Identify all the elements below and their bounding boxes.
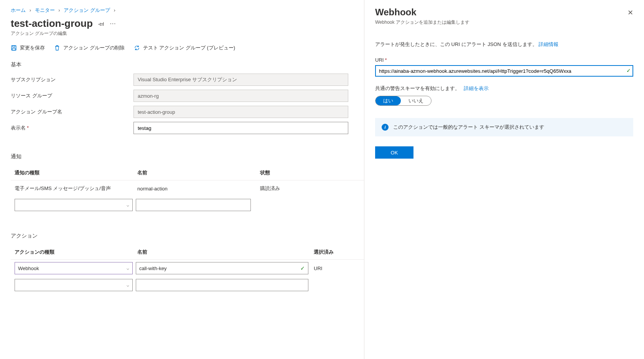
resource-group-label: リソース グループ (11, 92, 133, 99)
breadcrumb-monitor[interactable]: モニター (35, 7, 55, 13)
section-actions: アクション (11, 233, 364, 239)
action-type-select-empty[interactable]: ⌵ (15, 279, 133, 291)
toggle-yes[interactable]: はい (376, 96, 401, 105)
action-type-value: Webhook (18, 266, 39, 271)
close-icon[interactable]: ✕ (628, 8, 633, 17)
section-notify: 通知 (11, 153, 364, 160)
notify-col-state: 状態 (260, 169, 337, 176)
refresh-icon (134, 45, 140, 51)
action-group-name-input (133, 106, 348, 118)
display-name-label: 表示名* (11, 125, 133, 131)
action-name-input[interactable]: call-with-key ✓ (136, 262, 308, 274)
more-info-link[interactable]: 詳細情報 (539, 41, 558, 47)
resource-group-input (133, 90, 348, 102)
pin-icon[interactable] (98, 21, 104, 27)
chevron-right-icon: › (114, 7, 115, 13)
notify-name-input-empty[interactable] (136, 199, 251, 211)
chevron-right-icon: › (58, 7, 60, 13)
notify-col-type: 通知の種類 (11, 169, 137, 176)
save-button[interactable]: 変更を保存 (11, 44, 45, 51)
toolbar: 変更を保存 アクション グループの削除 テスト アクション グループ (プレビュ… (11, 44, 364, 51)
breadcrumb-home[interactable]: ホーム (11, 7, 26, 13)
action-group-name-label: アクション グループ名 (11, 108, 133, 115)
webhook-panel: ✕ Webhook Webhook アクションを追加または編集します アラートが… (364, 0, 644, 359)
table-row: 電子メール/SMS メッセージ/プッシュ/音声 normal-action 購読… (11, 180, 364, 197)
schema-toggle: はい いいえ (375, 96, 432, 106)
info-text: このアクションでは一般的なアラート スキーマが選択されています (393, 124, 544, 131)
action-selected-value: URI (311, 262, 322, 274)
notify-type-value: 電子メール/SMS メッセージ/プッシュ/音声 (11, 185, 137, 192)
check-icon: ✓ (626, 67, 631, 74)
panel-description: アラートが発生したときに、この URI にアラート JSON を送信します。 詳… (375, 41, 633, 48)
section-basic: 基本 (11, 61, 364, 68)
svg-rect-2 (12, 48, 15, 50)
display-name-input[interactable] (133, 122, 348, 134)
actions-table: アクションの種類 名前 選択済み Webhook ⌵ call-with-key… (11, 245, 364, 293)
subscription-input (133, 74, 348, 86)
chevron-right-icon: › (30, 7, 31, 13)
notify-name-value: normal-action (137, 186, 260, 192)
info-box: i このアクションでは一般的なアラート スキーマが選択されています (375, 118, 633, 136)
actions-col-selected: 選択済み (314, 249, 360, 256)
toggle-no[interactable]: いいえ (401, 96, 431, 105)
main-panel: ホーム › モニター › アクション グループ › test-action-gr… (0, 0, 364, 359)
uri-input[interactable] (375, 65, 633, 77)
breadcrumb-action-group[interactable]: アクション グループ (64, 7, 110, 13)
action-type-select[interactable]: Webhook ⌵ (15, 262, 133, 274)
chevron-down-icon: ⌵ (127, 266, 129, 271)
save-icon (11, 45, 17, 51)
action-name-value: call-with-key (139, 266, 167, 271)
notify-table: 通知の種類 名前 状態 電子メール/SMS メッセージ/プッシュ/音声 norm… (11, 166, 364, 213)
test-label: テスト アクション グループ (プレビュー) (143, 44, 236, 51)
breadcrumb: ホーム › モニター › アクション グループ › (11, 7, 364, 14)
svg-rect-1 (13, 46, 15, 47)
check-icon: ✓ (300, 265, 305, 271)
trash-icon (54, 45, 60, 51)
delete-label: アクション グループの削除 (63, 44, 125, 51)
chevron-down-icon: ⌵ (127, 283, 129, 288)
actions-col-type: アクションの種類 (11, 249, 137, 256)
schema-label: 共通の警告スキーマを有効にします。 (375, 85, 460, 92)
notify-col-name: 名前 (137, 169, 260, 176)
page-subtitle: アクション グループの編集 (11, 30, 364, 37)
test-button[interactable]: テスト アクション グループ (プレビュー) (134, 44, 236, 51)
panel-subtitle: Webhook アクションを追加または編集します (375, 19, 633, 26)
notify-state-value: 購読済み (260, 185, 337, 192)
panel-title: Webhook (375, 7, 633, 18)
uri-label: URI* (375, 57, 633, 63)
notify-type-select-empty[interactable]: ⌵ (15, 199, 133, 211)
page-title: test-action-group (11, 18, 93, 30)
chevron-down-icon: ⌵ (127, 203, 129, 208)
info-icon: i (382, 124, 389, 131)
schema-details-link[interactable]: 詳細を表示 (464, 85, 489, 92)
subscription-label: サブスクリプション (11, 76, 133, 83)
actions-col-name: 名前 (137, 249, 314, 256)
action-name-input-empty[interactable] (136, 279, 308, 291)
more-icon[interactable]: ⋯ (110, 20, 116, 27)
delete-button[interactable]: アクション グループの削除 (54, 44, 125, 51)
save-label: 変更を保存 (20, 44, 45, 51)
ok-button[interactable]: OK (375, 146, 413, 159)
